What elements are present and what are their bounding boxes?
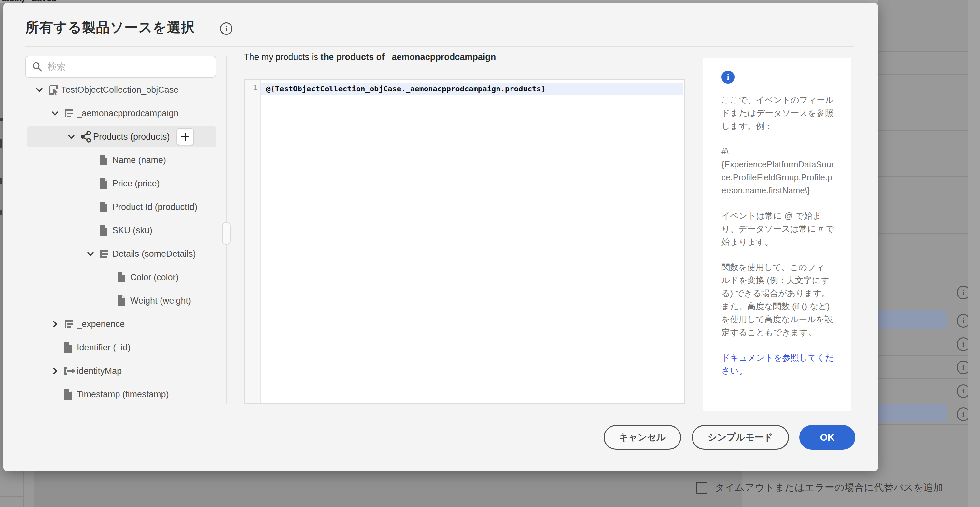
background-row-divider <box>878 154 968 154</box>
background-row-divider <box>878 176 968 177</box>
tree-item-Identifier[interactable]: Identifier (_id) <box>3 336 286 359</box>
fallback-path-checkbox-row: タイムアウトまたはエラーの場合に代替パスを追加 <box>696 481 943 494</box>
field-icon <box>116 272 130 283</box>
field-icon <box>63 389 76 400</box>
cancel-button[interactable]: キャンセル <box>604 425 681 450</box>
tree-item-label: Details (someDetails) <box>112 249 196 259</box>
tree-item-TestObjectCollection_objCase[interactable]: TestObjectCollection_objCase <box>3 78 258 102</box>
background-highlighted-field <box>878 404 947 422</box>
background-row-divider <box>878 378 968 379</box>
help-example-path: {ExperiencePlatformDataSource.ProfileFie… <box>721 159 834 195</box>
expression-editor[interactable]: 1 @{TestObjectCollection_objCase._aemona… <box>244 79 685 404</box>
background-row-divider <box>878 355 968 356</box>
chevron-down-icon[interactable] <box>67 132 80 141</box>
active-code-line[interactable]: @{TestObjectCollection_objCase._aemonacp… <box>261 83 683 95</box>
chevron-down-icon[interactable] <box>86 250 99 258</box>
chevron-down-icon[interactable] <box>35 86 48 94</box>
description-bold: the products of _aemonacpprodcampaign <box>321 52 496 62</box>
select-product-source-dialog: 所有する製品ソースを選択 i TestObjectCollection_objC… <box>3 3 878 471</box>
tree-item-label: Name (name) <box>112 155 166 165</box>
line-number: 1 <box>245 83 258 92</box>
tree-item-label: Color (color) <box>130 272 179 283</box>
tree-scrollbar-thumb[interactable] <box>222 222 231 245</box>
title-divider <box>25 46 854 46</box>
object-icon <box>63 107 76 119</box>
field-icon <box>63 342 76 353</box>
chevron-down-icon[interactable] <box>51 109 63 118</box>
tree-item-label: _experience <box>77 319 125 329</box>
fallback-path-label: タイムアウトまたはエラーの場合に代替パスを追加 <box>715 481 943 494</box>
background-row-divider <box>878 308 968 308</box>
search-input[interactable] <box>47 61 204 72</box>
background-highlighted-field <box>878 310 947 329</box>
chevron-right-icon[interactable] <box>51 367 63 375</box>
map-icon <box>63 365 76 377</box>
add-field-button[interactable] <box>177 128 194 145</box>
tree-item-identityMap[interactable]: identityMap <box>3 359 274 383</box>
field-icon <box>99 178 112 189</box>
title-info-icon[interactable]: i <box>220 22 232 35</box>
collection-icon <box>48 84 60 96</box>
tree-item-label: Weight (weight) <box>130 296 191 306</box>
help-paragraph-4: 関数を使用して、このフィールドを変換 (例：大文字にする) できる場合があります… <box>721 261 835 339</box>
tree-item-_experience[interactable]: _experience <box>3 312 274 336</box>
info-icon: i <box>721 71 735 84</box>
help-example-prefix: #\ <box>721 146 729 156</box>
background-canvas-below-modal <box>33 471 742 507</box>
tree-item-label: Product Id (productId) <box>112 202 197 212</box>
background-left-rail-line2 <box>33 471 34 507</box>
documentation-link[interactable]: ドキュメントを参照してください。 <box>721 353 834 375</box>
background-row-divider <box>878 51 968 52</box>
background-left-rail-line <box>24 471 24 507</box>
description-prefix: The my products is <box>244 52 321 62</box>
tree-item-label: SKU (sku) <box>112 226 153 235</box>
field-icon <box>99 201 112 213</box>
help-paragraph-2: #\ {ExperiencePlatformDataSource.Profile… <box>721 145 835 197</box>
background-right-edge <box>968 0 980 507</box>
screen: { "background": { "top_left_text": "ates… <box>0 0 980 507</box>
help-doc-link-wrap: ドキュメントを参照してください。 <box>721 351 835 377</box>
ok-button[interactable]: OK <box>799 425 855 450</box>
dialog-title: 所有する製品ソースを選択 <box>25 18 195 37</box>
background-clipped-glyph <box>0 139 2 148</box>
background-row-divider <box>878 402 968 402</box>
tree-item-label: identityMap <box>77 366 122 376</box>
search-icon <box>32 62 42 72</box>
background-clipped-glyph <box>0 118 3 121</box>
tree-item-label: _aemonacpprodcampaign <box>77 108 178 118</box>
fallback-path-checkbox[interactable] <box>696 482 708 494</box>
help-paragraph-3: イベントは常に @ で始まり、データソースは常に # で始まります。 <box>721 209 835 248</box>
tree-item-label: Products (products) <box>93 132 170 142</box>
field-icon <box>99 224 112 236</box>
background-left-hline <box>0 496 24 497</box>
tree-item-label: Timestamp (timestamp) <box>77 389 169 400</box>
background-row-divider <box>878 130 968 131</box>
object-icon <box>99 248 112 260</box>
background-row-divider <box>878 424 968 425</box>
background-saved-text: atest) Saved <box>2 0 57 3</box>
help-panel: i ここで、イベントのフィールドまたはデータソースを参照します。例： #\ {E… <box>703 57 851 411</box>
tree-item-Timestamp[interactable]: Timestamp (timestamp) <box>3 383 286 406</box>
expression-description: The my products is the products of _aemo… <box>244 52 496 62</box>
help-paragraph-1: ここで、イベントのフィールドまたはデータソースを参照します。例： <box>721 94 835 132</box>
array-icon <box>80 130 92 143</box>
tree-item-label: TestObjectCollection_objCase <box>61 85 178 95</box>
background-row-divider <box>878 74 968 75</box>
background-row-divider <box>878 233 968 234</box>
search-box <box>25 56 216 78</box>
editor-gutter: 1 <box>245 80 261 403</box>
background-clipped-glyph <box>0 178 2 184</box>
tree-item-label: Identifier (_id) <box>77 343 130 353</box>
tree-item-label: Price (price) <box>112 179 160 189</box>
field-icon <box>99 154 112 166</box>
tree-item-_aemonacpprodcampaign[interactable]: _aemonacpprodcampaign <box>3 102 274 125</box>
background-row-divider <box>878 332 968 332</box>
simple-mode-button[interactable]: シンプルモード <box>692 425 789 450</box>
expression-code: @{TestObjectCollection_objCase._aemonacp… <box>261 84 546 93</box>
background-header-strip: atest) Saved <box>0 0 878 3</box>
background-clipped-glyph <box>0 210 2 215</box>
field-icon <box>116 295 130 307</box>
object-icon <box>63 318 76 330</box>
chevron-right-icon[interactable] <box>51 320 63 328</box>
